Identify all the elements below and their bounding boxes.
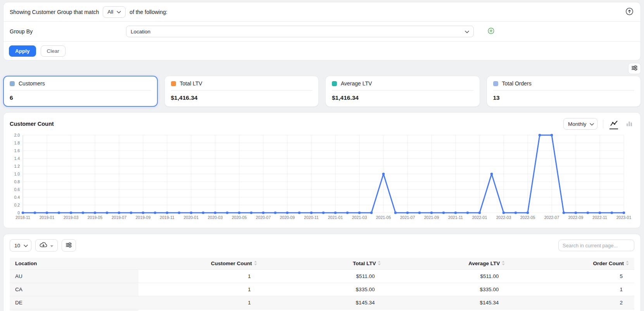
cell-value: 1 [510, 283, 634, 296]
table-controls-row: 10 [10, 239, 634, 252]
clear-button[interactable]: Clear [41, 45, 66, 57]
table-row[interactable]: DE1$145.34$145.342 [10, 296, 634, 309]
svg-text:2020-01: 2020-01 [184, 215, 199, 220]
customers-dot-icon [10, 81, 15, 86]
svg-text:1.6: 1.6 [14, 148, 20, 153]
bar-chart-icon [626, 120, 632, 127]
customer-count-chart: 00.20.40.60.81.01.21.41.61.82.02018-1120… [10, 130, 634, 224]
svg-text:0.2: 0.2 [14, 203, 20, 207]
svg-text:1.0: 1.0 [14, 172, 20, 176]
column-header-average-ltv[interactable]: Average LTV [386, 258, 510, 269]
stat-card-customers[interactable]: Customers 6 [3, 76, 158, 107]
search-input[interactable] [558, 240, 634, 251]
svg-text:1.2: 1.2 [14, 164, 20, 169]
group-results-table: LocationCustomer CountTotal LTVAverage L… [10, 258, 634, 311]
divider [603, 120, 603, 128]
svg-text:2020-03: 2020-03 [208, 215, 223, 220]
svg-text:1.8: 1.8 [14, 141, 20, 145]
cell-value: 1 [138, 269, 262, 283]
average-ltv-dot-icon [332, 81, 337, 86]
stat-card-label: Total LTV [180, 80, 202, 87]
cell-value: 5 [510, 269, 634, 283]
cell-value: $145.34 [386, 296, 510, 309]
svg-text:2023-01: 2023-01 [616, 215, 632, 220]
page-size-select[interactable]: 10 [10, 239, 31, 252]
svg-text:2021-07: 2021-07 [400, 215, 415, 220]
svg-text:2020-11: 2020-11 [304, 215, 319, 220]
total-orders-dot-icon [493, 81, 498, 86]
table-card: 10 LocationCustomer CountTotal LTVAverag… [3, 234, 641, 311]
column-header-customer-count[interactable]: Customer Count [138, 258, 262, 269]
stat-card-label: Customers [19, 80, 45, 87]
stat-card-average-ltv[interactable]: Average LTV $1,416.34 [325, 76, 480, 107]
interval-select[interactable]: Monthly [563, 118, 597, 130]
match-select[interactable]: All [103, 6, 126, 18]
add-condition-button[interactable] [487, 27, 495, 36]
svg-text:2021-09: 2021-09 [424, 215, 439, 220]
cell-location: DE [10, 296, 138, 309]
page-size-value: 10 [14, 243, 20, 248]
chart-type-bar-button[interactable] [624, 118, 634, 129]
match-text-prefix: Showing Customer Group that match [10, 9, 99, 15]
export-button[interactable] [35, 239, 58, 252]
group-by-select[interactable]: Location [126, 26, 474, 37]
collapse-filters-button[interactable] [625, 7, 634, 17]
table-filter-button[interactable] [62, 239, 76, 252]
caret-down-icon [50, 243, 54, 248]
svg-text:2021-01: 2021-01 [328, 215, 343, 220]
chart-type-line-button[interactable] [609, 118, 619, 129]
line-chart-icon [610, 120, 618, 128]
svg-text:2019-05: 2019-05 [88, 215, 103, 220]
metrics-settings-row [3, 63, 641, 74]
svg-text:2022-05: 2022-05 [520, 215, 535, 220]
svg-text:2022-03: 2022-03 [496, 215, 511, 220]
svg-text:2022-11: 2022-11 [592, 215, 607, 220]
stat-card-label: Average LTV [341, 80, 372, 87]
cell-value: 2 [510, 296, 634, 309]
cell-value: $335.00 [386, 283, 510, 296]
match-row: Showing Customer Group that match All of… [3, 2, 641, 22]
column-header-location: Location [10, 258, 138, 269]
svg-text:2021-03: 2021-03 [352, 215, 367, 220]
stat-card-total-ltv[interactable]: Total LTV $1,416.34 [164, 76, 319, 107]
table-row[interactable]: CA1$335.00$335.001 [10, 283, 634, 296]
apply-button[interactable]: Apply [9, 45, 36, 57]
stat-card-value: $1,416.34 [332, 94, 473, 101]
column-header-total-ltv[interactable]: Total LTV [262, 258, 387, 269]
svg-text:2019-03: 2019-03 [64, 215, 79, 220]
svg-text:0.8: 0.8 [14, 179, 20, 184]
stat-card-value: $1,416.34 [171, 94, 313, 101]
cell-location: CA [10, 283, 138, 296]
svg-text:2019-11: 2019-11 [160, 215, 174, 220]
chart-card: Customer Count Monthly 00.20.40.60.81.01… [3, 112, 641, 228]
svg-text:1.4: 1.4 [14, 156, 20, 161]
group-by-row: Group By Location [3, 22, 641, 42]
table-row[interactable]: AU1$511.00$511.005 [10, 269, 634, 283]
chevron-down-icon [590, 121, 594, 127]
svg-text:2020-07: 2020-07 [256, 215, 271, 220]
table-body: AU1$511.00$511.005CA1$335.00$335.001DE1$… [10, 269, 634, 311]
svg-text:2021-11: 2021-11 [448, 215, 463, 220]
sort-icon [502, 261, 505, 267]
cell-value: $145.34 [262, 296, 387, 309]
sliders-icon [631, 65, 638, 72]
table-header-row: LocationCustomer CountTotal LTVAverage L… [10, 258, 634, 269]
svg-text:2021-05: 2021-05 [376, 215, 391, 220]
cell-value: $511.00 [262, 269, 387, 283]
metrics-settings-button[interactable] [628, 63, 641, 74]
stat-card-value: 13 [493, 94, 635, 101]
sort-icon [626, 261, 629, 267]
total-ltv-dot-icon [171, 81, 176, 86]
sort-icon [254, 261, 257, 267]
svg-text:2.0: 2.0 [14, 133, 20, 137]
column-header-order-count[interactable]: Order Count [510, 258, 634, 269]
svg-text:2019-01: 2019-01 [40, 215, 55, 220]
stat-cards-row: Customers 6 Total LTV $1,416.34 Average … [3, 76, 641, 107]
svg-text:0.4: 0.4 [14, 195, 20, 200]
svg-text:2022-07: 2022-07 [544, 215, 559, 220]
svg-text:2019-07: 2019-07 [112, 215, 127, 220]
stat-card-total-orders[interactable]: Total Orders 13 [487, 76, 641, 107]
svg-text:0: 0 [17, 210, 20, 215]
cell-value: $511.00 [386, 269, 510, 283]
cell-location: AU [10, 269, 138, 283]
